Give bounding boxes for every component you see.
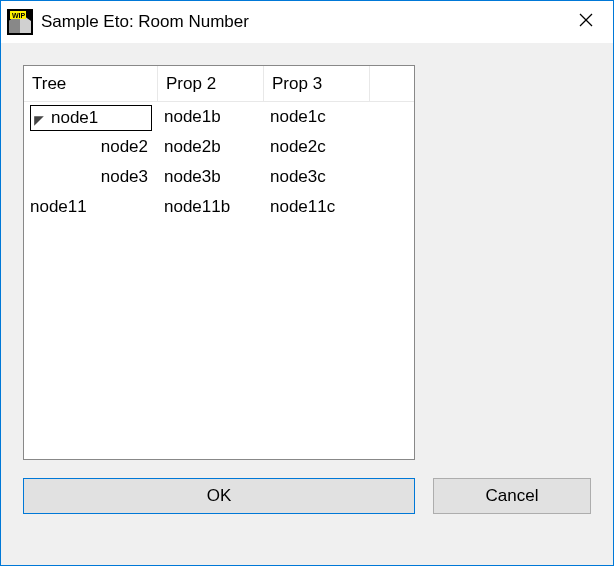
- tree-row[interactable]: node11node11bnode11c: [24, 192, 414, 222]
- cancel-button[interactable]: Cancel: [433, 478, 591, 514]
- close-icon: [579, 13, 593, 31]
- ok-button[interactable]: OK: [23, 478, 415, 514]
- dialog-content: Tree Prop 2 Prop 3 node1node1bnode1cnode…: [1, 43, 613, 565]
- tree-cell-prop3: node2c: [264, 132, 370, 162]
- tree-cell-prop2: node1b: [158, 102, 264, 132]
- tree-cell-label: node11: [24, 192, 158, 222]
- tree-row[interactable]: node3node3bnode3c: [24, 162, 414, 192]
- tree-node-label: node1: [51, 108, 98, 128]
- column-header-spare: [370, 66, 414, 101]
- column-header-prop3[interactable]: Prop 3: [264, 66, 370, 101]
- button-row: OK Cancel: [23, 478, 591, 514]
- svg-text:WIP: WIP: [12, 12, 26, 19]
- column-header-prop2[interactable]: Prop 2: [158, 66, 264, 101]
- tree-body[interactable]: node1node1bnode1cnode2node2bnode2cnode3n…: [24, 102, 414, 459]
- tree-node-label: node11: [30, 197, 87, 217]
- tree-row[interactable]: node1node1bnode1c: [24, 102, 414, 132]
- window-title: Sample Eto: Room Number: [41, 12, 559, 32]
- tree-cell-prop2: node11b: [158, 192, 264, 222]
- expander-icon[interactable]: [33, 112, 45, 124]
- tree-cell-label: node1: [24, 102, 158, 132]
- tree-cell-prop3: node3c: [264, 162, 370, 192]
- close-button[interactable]: [559, 1, 613, 43]
- app-icon: WIP: [7, 9, 33, 35]
- tree-cell-prop3: node11c: [264, 192, 370, 222]
- tree-node-label: node3: [101, 167, 148, 187]
- tree-cell-prop3: node1c: [264, 102, 370, 132]
- tree-cell-label: node2: [24, 132, 158, 162]
- tree-row[interactable]: node2node2bnode2c: [24, 132, 414, 162]
- column-header-tree[interactable]: Tree: [24, 66, 158, 101]
- tree-cell-prop2: node2b: [158, 132, 264, 162]
- titlebar: WIP Sample Eto: Room Number: [1, 1, 613, 43]
- tree-cell-label: node3: [24, 162, 158, 192]
- svg-marker-7: [34, 116, 44, 126]
- tree-cell-prop2: node3b: [158, 162, 264, 192]
- tree-node-label: node2: [101, 137, 148, 157]
- tree-grid[interactable]: Tree Prop 2 Prop 3 node1node1bnode1cnode…: [23, 65, 415, 460]
- tree-header: Tree Prop 2 Prop 3: [24, 66, 414, 102]
